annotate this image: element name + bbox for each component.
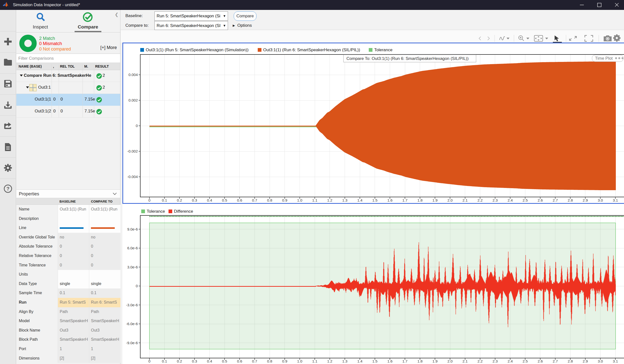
svg-text:2.3: 2.3: [492, 359, 498, 363]
svg-text:2.0: 2.0: [448, 198, 453, 202]
svg-text:1.6: 1.6: [387, 198, 393, 202]
svg-text:0.7: 0.7: [252, 198, 257, 202]
svg-text:2.1: 2.1: [462, 359, 468, 363]
svg-text:2.3: 2.3: [492, 198, 498, 202]
svg-text:1.2: 1.2: [327, 198, 332, 202]
svg-text:0.4: 0.4: [207, 359, 212, 363]
svg-text:0.5: 0.5: [222, 359, 227, 363]
svg-text:1.0: 1.0: [297, 359, 302, 363]
svg-text:-0.004: -0.004: [127, 175, 138, 179]
svg-text:0.9: 0.9: [282, 359, 287, 363]
svg-text:3.0: 3.0: [598, 198, 603, 202]
svg-text:0.5: 0.5: [222, 198, 227, 202]
svg-text:0.2: 0.2: [177, 359, 182, 363]
svg-text:2.5: 2.5: [523, 198, 528, 202]
svg-text:0.6: 0.6: [237, 359, 242, 363]
svg-text:0: 0: [136, 124, 138, 128]
svg-text:0.004: 0.004: [128, 73, 138, 77]
svg-text:0: 0: [136, 284, 138, 288]
svg-text:0.2: 0.2: [177, 198, 182, 202]
svg-text:2.0: 2.0: [448, 359, 453, 363]
svg-text:0.6: 0.6: [237, 198, 242, 202]
svg-text:1.8: 1.8: [417, 359, 423, 363]
svg-text:Difference: Difference: [174, 209, 193, 214]
svg-text:Out3:1(1) (Run 6: SmartSpeaker: Out3:1(1) (Run 6: SmartSpeakerHexagon (S…: [263, 48, 360, 52]
svg-text:2.2: 2.2: [478, 198, 483, 202]
svg-text:0.1: 0.1: [162, 198, 167, 202]
svg-text:?: ?: [6, 186, 9, 191]
svg-text:1.9: 1.9: [432, 359, 438, 363]
svg-text:2.2: 2.2: [478, 359, 483, 363]
svg-text:1.9: 1.9: [432, 198, 438, 202]
svg-text:Time Plot: Time Plot: [595, 56, 613, 61]
svg-text:3.0e-6: 3.0e-6: [127, 265, 138, 269]
svg-text:2.8: 2.8: [568, 359, 573, 363]
svg-text:1.4: 1.4: [357, 198, 363, 202]
svg-text:-6.0e-6: -6.0e-6: [126, 322, 138, 326]
svg-text:0.7: 0.7: [252, 359, 257, 363]
svg-text:0: 0: [148, 359, 150, 363]
svg-text:1.8: 1.8: [417, 198, 423, 202]
svg-text:1.3: 1.3: [342, 198, 347, 202]
svg-text:1.1: 1.1: [312, 359, 317, 363]
svg-text:Out3:1(1) (Run 5: SmartSpeaker: Out3:1(1) (Run 5: SmartSpeakerHexagon (S…: [146, 48, 249, 52]
svg-text:0.3: 0.3: [192, 198, 197, 202]
svg-text:0.4: 0.4: [207, 198, 212, 202]
svg-text:2.5: 2.5: [523, 359, 528, 363]
svg-text:1.3: 1.3: [342, 359, 347, 363]
svg-text:-3.0e-6: -3.0e-6: [126, 303, 138, 307]
svg-text:-9.0e-6: -9.0e-6: [126, 341, 138, 345]
svg-text:2.8: 2.8: [568, 198, 573, 202]
svg-text:0: 0: [148, 198, 150, 202]
svg-text:3.0: 3.0: [598, 359, 603, 363]
svg-text:1.4: 1.4: [357, 359, 363, 363]
svg-text:2.6: 2.6: [538, 198, 543, 202]
svg-text:2.4: 2.4: [508, 359, 513, 363]
svg-text:0.8: 0.8: [267, 359, 272, 363]
svg-text:3.1: 3.1: [613, 198, 618, 202]
svg-text:Tolerance: Tolerance: [374, 48, 393, 52]
svg-text:2.7: 2.7: [553, 359, 558, 363]
svg-text:0.002: 0.002: [128, 98, 138, 102]
svg-text:1.0: 1.0: [297, 198, 302, 202]
svg-text:2.7: 2.7: [553, 198, 558, 202]
svg-text:1.7: 1.7: [402, 359, 408, 363]
svg-text:0.1: 0.1: [162, 359, 167, 363]
svg-text:1.6: 1.6: [387, 359, 393, 363]
svg-text:2.9: 2.9: [583, 198, 588, 202]
svg-text:2.6: 2.6: [538, 359, 543, 363]
svg-text:9.0e-6: 9.0e-6: [127, 227, 138, 231]
svg-text:1.5: 1.5: [372, 198, 377, 202]
svg-text:1.7: 1.7: [402, 198, 408, 202]
svg-text:Tolerance: Tolerance: [147, 209, 165, 214]
svg-text:0.3: 0.3: [192, 359, 197, 363]
svg-text:2.4: 2.4: [508, 198, 513, 202]
svg-text:2.9: 2.9: [583, 359, 588, 363]
svg-text:Compare To: Out3:1(1) (Run 6:: Compare To: Out3:1(1) (Run 6: SmartSpeak…: [346, 56, 469, 61]
svg-text:3.1: 3.1: [613, 359, 618, 363]
svg-text:0.8: 0.8: [267, 198, 272, 202]
svg-text:6.0e-6: 6.0e-6: [127, 246, 138, 250]
svg-text:0.9: 0.9: [282, 198, 287, 202]
svg-text:-0.002: -0.002: [127, 149, 138, 153]
svg-text:1.2: 1.2: [327, 359, 332, 363]
svg-text:1.5: 1.5: [372, 359, 377, 363]
svg-text:2.1: 2.1: [462, 198, 468, 202]
svg-text:1.1: 1.1: [312, 198, 317, 202]
